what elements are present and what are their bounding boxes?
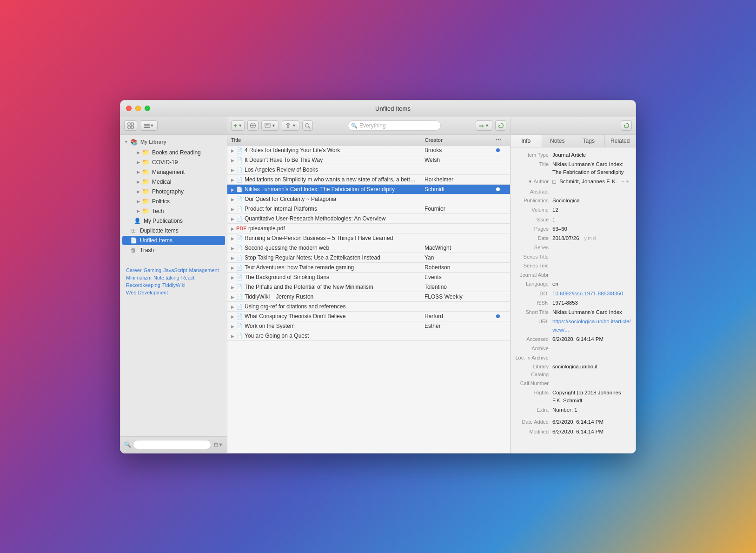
row-expand-arrow: ▶ xyxy=(231,295,234,300)
pages-label: Pages xyxy=(515,225,552,233)
tag-tiddlywiki[interactable]: TiddlyWiki xyxy=(162,282,186,288)
tab-info[interactable]: Info xyxy=(511,135,542,147)
right-panel-refresh-button[interactable] xyxy=(621,120,632,131)
row-expand-arrow: ▶ xyxy=(231,217,234,221)
sidebar-toolbar-btn-1[interactable] xyxy=(124,120,137,131)
table-row[interactable]: ▶📄4 Rules for Identifying Your Life's Wo… xyxy=(227,145,510,155)
sidebar-item-management[interactable]: ▶ 📁 Management xyxy=(122,167,225,177)
table-row[interactable]: ▶PDFrpiexample.pdf xyxy=(227,223,510,233)
table-row[interactable]: ▶📄It Doesn't Have To Be This Way Welsh xyxy=(227,155,510,165)
tag-management[interactable]: Management xyxy=(189,267,219,273)
table-row[interactable]: ▶📄TiddlyWiki – Jeremy Ruston FLOSS Weekl… xyxy=(227,292,510,301)
table-row[interactable]: ▶📄Product for Internal Platforms Fournie… xyxy=(227,204,510,213)
tag-web-development[interactable]: Web Development xyxy=(126,290,168,295)
date-added-label: Date Added xyxy=(515,418,552,426)
maximize-button[interactable] xyxy=(145,106,150,111)
sync-button[interactable] xyxy=(495,120,506,131)
svg-rect-0 xyxy=(128,123,130,125)
search-items-button[interactable] xyxy=(302,120,313,131)
tab-notes[interactable]: Notes xyxy=(542,135,574,147)
sidebar-tree: ▼ 📚 My Library ▶ 📁 Books and Reading ▶ 📁… xyxy=(120,135,227,436)
sidebar-search-input[interactable] xyxy=(133,440,211,449)
add-button[interactable]: + ▼ xyxy=(231,120,245,131)
abstract-value xyxy=(552,187,631,196)
sidebar-item-duplicate-items[interactable]: ⊞ Duplicate Items xyxy=(122,226,225,235)
svg-point-17 xyxy=(497,139,499,140)
row-type-icon: 📄 xyxy=(236,245,243,251)
list-toolbar: + ▼ ▼ ▼ xyxy=(227,117,510,135)
table-row[interactable]: ▶📄Using org-ref for citations and refere… xyxy=(227,301,510,311)
info-archive: Archive xyxy=(515,345,631,353)
url-value[interactable]: https://sociologica.unibo.it/article/vie… xyxy=(552,318,631,334)
expand-minus[interactable]: − xyxy=(621,179,624,184)
row-expand-arrow: ▶ xyxy=(231,334,234,339)
short-title-label: Short Title xyxy=(515,308,552,316)
sidebar-view-options[interactable]: ⊞▼ xyxy=(214,442,223,448)
locate-library-button[interactable]: ⇒ ▼ xyxy=(476,120,492,131)
sidebar-item-label: Unfiled Items xyxy=(140,237,172,244)
tag-react[interactable]: React xyxy=(181,275,195,280)
table-row[interactable]: ▶📄Text Adventures: how Twine remade gami… xyxy=(227,262,510,272)
tag-note-taking[interactable]: Note taking xyxy=(153,275,179,280)
expand-plus[interactable]: + xyxy=(626,179,629,184)
series-text-value xyxy=(552,262,631,270)
zotero-window: Unfiled Items ▼ ▼ 📚 My Libr xyxy=(120,100,636,453)
row-expand-arrow: ▶ xyxy=(231,256,234,260)
col-header-title[interactable]: Title xyxy=(227,135,421,146)
tab-tags[interactable]: Tags xyxy=(573,135,605,147)
table-row[interactable]: ▶📄What Conspiracy Theorists Don't Believ… xyxy=(227,311,510,321)
search-input[interactable] xyxy=(348,120,441,131)
my-library-section[interactable]: ▼ 📚 My Library xyxy=(120,137,227,147)
sidebar-item-books[interactable]: ▶ 📁 Books and Reading xyxy=(122,148,225,157)
info-date-added: Date Added 6/2/2020, 6:14:14 PM xyxy=(515,418,631,426)
row-type-icon: 📄 xyxy=(236,313,243,319)
sidebar-item-label: Medical xyxy=(152,179,171,185)
table-row-selected[interactable]: ▶📄Niklas Luhmann's Card Index: The Fabri… xyxy=(227,184,510,194)
table-row[interactable]: ▶📄Quantitative User-Research Methodologi… xyxy=(227,213,510,223)
sidebar-item-politics[interactable]: ▶ 📁 Politics xyxy=(122,197,225,206)
doi-label: DOI xyxy=(515,290,552,298)
short-title-value: Niklas Luhmann's Card Index xyxy=(552,308,631,316)
table-row[interactable]: ▶📄The Background of Smoking Bans Events xyxy=(227,272,510,282)
sidebar-item-unfiled-items[interactable]: 📄 Unfiled Items xyxy=(122,236,225,245)
new-collection-button[interactable]: ▼ xyxy=(261,120,279,131)
attach-button[interactable]: ▼ xyxy=(282,120,299,131)
minimize-button[interactable] xyxy=(135,106,141,111)
sidebar-item-my-publications[interactable]: 👤 My Publications xyxy=(122,216,225,226)
sidebar-item-label: COVID-19 xyxy=(152,159,178,166)
table-row[interactable]: ▶📄Work on the System Esther xyxy=(227,321,510,331)
sidebar-item-covid[interactable]: ▶ 📁 COVID-19 xyxy=(122,158,225,167)
table-row[interactable]: ▶📄Running a One-Person Business – 5 Thin… xyxy=(227,233,510,243)
sidebar-item-trash[interactable]: 🗑 Trash xyxy=(122,246,225,255)
close-button[interactable] xyxy=(126,106,132,111)
sidebar-toolbar-btn-2[interactable]: ▼ xyxy=(140,120,158,131)
row-expand-arrow: ▶ xyxy=(231,187,234,192)
table-row[interactable]: ▶📄Los Angeles Review of Books xyxy=(227,165,510,174)
doi-value[interactable]: 10.6092/issn.1971-8853/8350 xyxy=(552,290,631,298)
tag-minimalizm[interactable]: Minimalizm xyxy=(126,275,152,280)
sidebar-item-tech[interactable]: ▶ 📁 Tech xyxy=(122,207,225,216)
tab-related[interactable]: Related xyxy=(605,135,636,147)
sidebar-item-medical[interactable]: ▶ 📁 Medical xyxy=(122,177,225,187)
author-checkbox xyxy=(552,180,556,184)
table-row[interactable]: ▶📄Second-guessing the modern web MacWrig… xyxy=(227,243,510,253)
table-row[interactable]: ▶📄Meditations on Simplicity m who wants … xyxy=(227,174,510,184)
tag-javascript[interactable]: JavaScript xyxy=(163,267,187,273)
row-type-icon: 📄 xyxy=(236,206,243,212)
row-expand-arrow: ▶ xyxy=(231,197,234,202)
extra-label: Extra xyxy=(515,406,552,414)
table-row[interactable]: ▶📄Stop Taking Regular Notes; Use a Zette… xyxy=(227,253,510,262)
row-dot xyxy=(496,148,500,152)
sidebar-item-label: Books and Reading xyxy=(152,149,201,156)
tag-recordkeeping[interactable]: Recordkeeping xyxy=(126,282,160,288)
table-row[interactable]: ▶📄You are Going on a Quest xyxy=(227,331,510,340)
sidebar-toolbar: ▼ xyxy=(120,117,227,135)
loc-in-archive-value xyxy=(552,354,631,362)
tag-gaming[interactable]: Gaming xyxy=(144,267,162,273)
table-row[interactable]: ▶📄Our Quest for Circularity ~ Patagonia xyxy=(227,194,510,204)
table-row[interactable]: ▶📄The Pitfalls and the Potential of the … xyxy=(227,282,510,292)
col-header-creator[interactable]: Creator xyxy=(421,135,486,146)
sidebar-item-photography[interactable]: ▶ 📁 Photography xyxy=(122,187,225,196)
tag-career[interactable]: Career xyxy=(126,267,142,273)
locate-button[interactable] xyxy=(247,120,259,131)
